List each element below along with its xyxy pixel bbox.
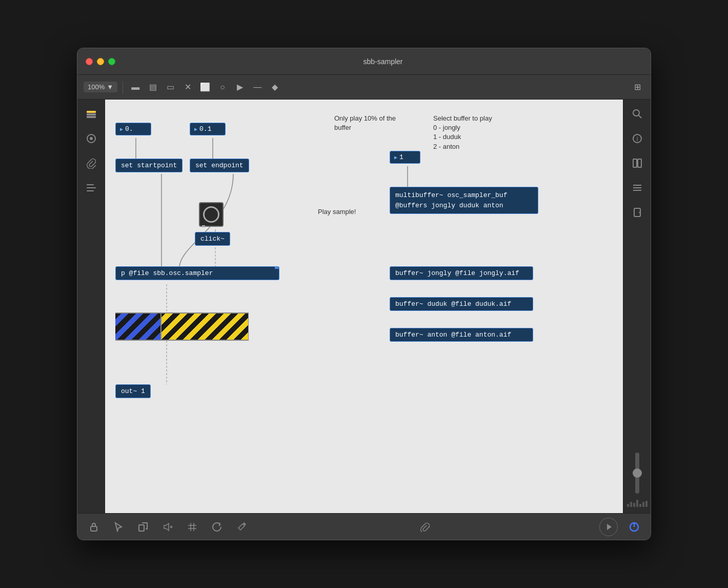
right-export-icon[interactable] (629, 204, 645, 221)
connections-svg (105, 100, 623, 513)
right-columns-icon[interactable] (629, 155, 645, 171)
copy-icon[interactable] (135, 519, 151, 535)
number-box-01[interactable]: ▶ 0.1 (190, 123, 226, 135)
toolbar-message-icon[interactable]: ▭ (163, 80, 177, 94)
bottom-bar (77, 513, 651, 540)
level-bar-1 (627, 504, 629, 507)
obj-multibuffer-label: multibuffer~ osc_sampler_buf@buffers jon… (390, 187, 538, 213)
number-arrow-icon: ▶ (120, 126, 123, 132)
close-button[interactable] (86, 58, 93, 65)
obj-buf-anton[interactable]: buffer~ anton @file anton.aif (390, 328, 533, 342)
zoom-label: 100% (88, 83, 105, 91)
level-bar-6 (642, 502, 644, 507)
toolbar-separator-1 (123, 81, 123, 93)
svg-text:i: i (636, 135, 638, 143)
power-button[interactable] (626, 519, 642, 535)
toolbar-comment-icon[interactable]: ▤ (146, 80, 160, 94)
number-value-1: 1 (399, 153, 403, 161)
obj-clicktilde-label: click~ (195, 232, 230, 245)
svg-rect-0 (87, 111, 96, 113)
obj-set-endpoint[interactable]: set endpoint (190, 159, 249, 172)
volume-slider-thumb[interactable] (633, 468, 642, 478)
obj-buf-duduk[interactable]: buffer~ duduk @file duduk.aif (390, 297, 533, 311)
obj-patcher-label: p @file sbb.osc.sampler (116, 267, 279, 280)
toolbar-circle-icon[interactable]: ○ (215, 80, 230, 94)
svg-rect-7 (87, 190, 94, 191)
svg-marker-26 (607, 524, 612, 530)
obj-buf-anton-label: buffer~ anton @file anton.aif (390, 328, 533, 341)
svg-rect-2 (87, 116, 96, 118)
obj-out[interactable]: out~ 1 (115, 384, 151, 398)
toolbar-subpatch-icon[interactable]: ⬜ (198, 80, 212, 94)
svg-point-8 (633, 110, 639, 116)
level-bar-5 (639, 504, 641, 507)
minimize-button[interactable] (97, 58, 104, 65)
patcher-inlet-right (275, 267, 279, 269)
obj-multibuffer[interactable]: multibuffer~ osc_sampler_buf@buffers jon… (390, 187, 538, 214)
level-bar-2 (630, 502, 632, 507)
grid-icon[interactable] (184, 519, 200, 535)
titlebar: sbb-sampler (77, 48, 651, 75)
cursor-icon[interactable] (110, 519, 127, 535)
obj-patcher[interactable]: p @file sbb.osc.sampler (115, 266, 279, 280)
lock-icon[interactable] (86, 519, 102, 535)
comment-play-sample: Play sample! (318, 207, 356, 217)
number-arrow-1-icon: ▶ (394, 154, 397, 161)
obj-clicktilde[interactable]: click~ (195, 232, 230, 246)
canvas[interactable]: Only play 10% of thebuffer Select buffer… (105, 100, 623, 513)
number-box-0[interactable]: ▶ 0. (115, 123, 151, 135)
comment-buffer-percent: Only play 10% of thebuffer (334, 114, 396, 132)
volume-area (627, 453, 648, 507)
right-sidebar: i (623, 100, 651, 513)
obj-buf-jongly-label: buffer~ jongly @file jongly.aif (390, 267, 533, 280)
svg-rect-13 (638, 159, 641, 167)
obj-set-startpoint[interactable]: set startpoint (115, 159, 183, 172)
toolbar-grid-icon[interactable]: ⊞ (630, 80, 644, 94)
attach-icon[interactable] (416, 519, 433, 535)
left-sidebar (77, 100, 105, 513)
zoom-control[interactable]: 100% ▼ (84, 82, 117, 92)
number-box-1[interactable]: ▶ 1 (390, 151, 420, 164)
right-info-icon[interactable]: i (629, 130, 645, 147)
window-title: sbb-sampler (124, 57, 642, 66)
volume-slider-track[interactable] (635, 453, 639, 494)
play-button[interactable] (599, 518, 618, 536)
level-bar-3 (633, 503, 635, 507)
waveform-blue (115, 312, 161, 341)
svg-rect-18 (139, 525, 144, 531)
right-list-icon[interactable] (629, 180, 645, 196)
click-circle-icon (203, 206, 219, 223)
toolbar-minus-icon[interactable]: — (250, 80, 265, 94)
mute-icon[interactable] (159, 519, 176, 535)
toolbar-play-icon[interactable]: ▶ (233, 80, 247, 94)
sidebar-menu-icon[interactable] (83, 180, 99, 196)
level-meter (627, 500, 648, 507)
number-value-0: 0. (125, 125, 133, 133)
svg-rect-5 (87, 184, 94, 185)
maximize-button[interactable] (108, 58, 115, 65)
svg-rect-12 (633, 159, 637, 167)
obj-buf-jongly[interactable]: buffer~ jongly @file jongly.aif (390, 266, 533, 280)
click-button[interactable] (199, 202, 224, 227)
refresh-icon[interactable] (209, 519, 225, 535)
toolbar-presentation-icon[interactable]: ▬ (128, 80, 143, 94)
comment-select-buffer: Select buffer to play0 - jongly1 - duduk… (433, 114, 492, 151)
sidebar-paperclip-icon[interactable] (83, 155, 99, 171)
sidebar-layers-icon[interactable] (83, 106, 99, 122)
outlet-click-button (202, 225, 205, 227)
main-area: Only play 10% of thebuffer Select buffer… (77, 100, 651, 513)
sidebar-target-icon[interactable] (83, 130, 99, 147)
svg-point-4 (90, 137, 93, 140)
obj-out-label: out~ 1 (116, 385, 150, 398)
level-bar-4 (636, 500, 638, 507)
traffic-lights (86, 58, 115, 65)
hammer-icon[interactable] (233, 519, 250, 535)
toolbar-fill-icon[interactable]: ◆ (268, 80, 282, 94)
obj-buf-duduk-label: buffer~ duduk @file duduk.aif (390, 298, 533, 310)
right-search-icon[interactable] (629, 106, 645, 122)
toolbar-close-icon[interactable]: ✕ (180, 80, 195, 94)
svg-rect-6 (87, 187, 96, 188)
obj-endpoint-label: set endpoint (190, 159, 249, 172)
svg-rect-1 (87, 113, 96, 115)
obj-startpoint-label: set startpoint (116, 159, 182, 172)
